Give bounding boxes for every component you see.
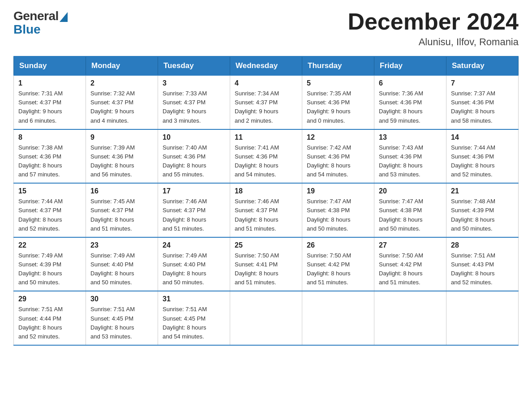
calendar-cell: 29Sunrise: 7:51 AMSunset: 4:44 PMDayligh… [14, 291, 86, 345]
day-info: Sunrise: 7:42 AMSunset: 4:36 PMDaylight:… [307, 143, 369, 180]
calendar-cell: 13Sunrise: 7:43 AMSunset: 4:36 PMDayligh… [374, 129, 446, 184]
calendar-cell: 6Sunrise: 7:36 AMSunset: 4:36 PMDaylight… [374, 75, 446, 129]
location-text: Alunisu, Ilfov, Romania [348, 36, 519, 48]
day-info: Sunrise: 7:51 AMSunset: 4:44 PMDaylight:… [18, 305, 81, 341]
header-wednesday: Wednesday [230, 56, 302, 75]
calendar-cell: 8Sunrise: 7:38 AMSunset: 4:36 PMDaylight… [14, 129, 86, 184]
day-number: 3 [163, 79, 225, 87]
day-info: Sunrise: 7:39 AMSunset: 4:36 PMDaylight:… [90, 143, 153, 180]
calendar-cell: 1Sunrise: 7:31 AMSunset: 4:37 PMDaylight… [14, 75, 86, 129]
calendar-cell: 30Sunrise: 7:51 AMSunset: 4:45 PMDayligh… [86, 291, 158, 345]
day-info: Sunrise: 7:37 AMSunset: 4:36 PMDaylight:… [451, 89, 514, 125]
week-row-4: 22Sunrise: 7:49 AMSunset: 4:39 PMDayligh… [14, 237, 519, 291]
day-number: 31 [163, 295, 225, 303]
day-number: 5 [307, 79, 369, 87]
day-info: Sunrise: 7:33 AMSunset: 4:37 PMDaylight:… [163, 89, 225, 125]
day-number: 4 [235, 79, 297, 87]
header-saturday: Saturday [446, 56, 519, 75]
day-info: Sunrise: 7:51 AMSunset: 4:45 PMDaylight:… [163, 305, 225, 341]
day-info: Sunrise: 7:49 AMSunset: 4:39 PMDaylight:… [18, 251, 81, 287]
calendar-cell [230, 291, 302, 345]
header-friday: Friday [374, 56, 446, 75]
calendar-cell: 26Sunrise: 7:50 AMSunset: 4:42 PMDayligh… [302, 237, 374, 291]
day-number: 7 [451, 79, 514, 87]
day-info: Sunrise: 7:50 AMSunset: 4:41 PMDaylight:… [235, 251, 297, 287]
day-number: 15 [18, 187, 81, 195]
week-row-3: 15Sunrise: 7:44 AMSunset: 4:37 PMDayligh… [14, 183, 519, 237]
month-title: December 2024 [348, 9, 519, 34]
header-row: SundayMondayTuesdayWednesdayThursdayFrid… [14, 56, 519, 75]
day-number: 2 [90, 79, 153, 87]
calendar-cell: 19Sunrise: 7:47 AMSunset: 4:38 PMDayligh… [302, 183, 374, 237]
day-info: Sunrise: 7:31 AMSunset: 4:37 PMDaylight:… [18, 89, 81, 125]
day-number: 14 [451, 133, 514, 141]
calendar-cell: 21Sunrise: 7:48 AMSunset: 4:39 PMDayligh… [446, 183, 519, 237]
day-info: Sunrise: 7:51 AMSunset: 4:43 PMDaylight:… [451, 251, 514, 287]
calendar-cell: 3Sunrise: 7:33 AMSunset: 4:37 PMDaylight… [158, 75, 230, 129]
calendar-cell: 11Sunrise: 7:41 AMSunset: 4:36 PMDayligh… [230, 129, 302, 184]
calendar-cell: 22Sunrise: 7:49 AMSunset: 4:39 PMDayligh… [14, 237, 86, 291]
day-info: Sunrise: 7:47 AMSunset: 4:38 PMDaylight:… [379, 197, 442, 233]
day-info: Sunrise: 7:44 AMSunset: 4:37 PMDaylight:… [18, 197, 81, 233]
calendar-cell: 31Sunrise: 7:51 AMSunset: 4:45 PMDayligh… [158, 291, 230, 345]
day-info: Sunrise: 7:41 AMSunset: 4:36 PMDaylight:… [235, 143, 297, 180]
day-info: Sunrise: 7:32 AMSunset: 4:37 PMDaylight:… [90, 89, 153, 125]
day-info: Sunrise: 7:36 AMSunset: 4:36 PMDaylight:… [379, 89, 442, 125]
calendar-cell: 14Sunrise: 7:44 AMSunset: 4:36 PMDayligh… [446, 129, 519, 184]
calendar-cell: 5Sunrise: 7:35 AMSunset: 4:36 PMDaylight… [302, 75, 374, 129]
header-monday: Monday [86, 56, 158, 75]
calendar-cell: 20Sunrise: 7:47 AMSunset: 4:38 PMDayligh… [374, 183, 446, 237]
day-number: 18 [235, 187, 297, 195]
calendar-cell: 7Sunrise: 7:37 AMSunset: 4:36 PMDaylight… [446, 75, 519, 129]
day-number: 13 [379, 133, 442, 141]
day-number: 9 [90, 133, 153, 141]
calendar-cell: 28Sunrise: 7:51 AMSunset: 4:43 PMDayligh… [446, 237, 519, 291]
week-row-2: 8Sunrise: 7:38 AMSunset: 4:36 PMDaylight… [14, 129, 519, 184]
logo-general-text: General [13, 9, 59, 23]
day-info: Sunrise: 7:45 AMSunset: 4:37 PMDaylight:… [90, 197, 153, 233]
day-info: Sunrise: 7:40 AMSunset: 4:36 PMDaylight:… [163, 143, 225, 180]
logo-triangle-icon [60, 12, 68, 22]
logo-blue-text: Blue [13, 22, 41, 37]
week-row-5: 29Sunrise: 7:51 AMSunset: 4:44 PMDayligh… [14, 291, 519, 345]
header-tuesday: Tuesday [158, 56, 230, 75]
calendar-cell: 17Sunrise: 7:46 AMSunset: 4:37 PMDayligh… [158, 183, 230, 237]
day-info: Sunrise: 7:44 AMSunset: 4:36 PMDaylight:… [451, 143, 514, 180]
calendar-cell [374, 291, 446, 345]
calendar-table: SundayMondayTuesdayWednesdayThursdayFrid… [13, 56, 519, 346]
page-header: General Blue December 2024 Alunisu, Ilfo… [13, 9, 519, 48]
calendar-cell: 27Sunrise: 7:50 AMSunset: 4:42 PMDayligh… [374, 237, 446, 291]
day-number: 19 [307, 187, 369, 195]
calendar-cell: 16Sunrise: 7:45 AMSunset: 4:37 PMDayligh… [86, 183, 158, 237]
header-thursday: Thursday [302, 56, 374, 75]
day-number: 23 [90, 241, 153, 249]
day-info: Sunrise: 7:34 AMSunset: 4:37 PMDaylight:… [235, 89, 297, 125]
logo: General Blue [13, 9, 68, 37]
day-info: Sunrise: 7:49 AMSunset: 4:40 PMDaylight:… [90, 251, 153, 287]
day-info: Sunrise: 7:43 AMSunset: 4:36 PMDaylight:… [379, 143, 442, 180]
calendar-cell: 12Sunrise: 7:42 AMSunset: 4:36 PMDayligh… [302, 129, 374, 184]
day-info: Sunrise: 7:35 AMSunset: 4:36 PMDaylight:… [307, 89, 369, 125]
day-number: 12 [307, 133, 369, 141]
day-number: 28 [451, 241, 514, 249]
day-number: 30 [90, 295, 153, 303]
day-number: 27 [379, 241, 442, 249]
day-number: 22 [18, 241, 81, 249]
day-info: Sunrise: 7:47 AMSunset: 4:38 PMDaylight:… [307, 197, 369, 233]
calendar-cell: 4Sunrise: 7:34 AMSunset: 4:37 PMDaylight… [230, 75, 302, 129]
day-info: Sunrise: 7:48 AMSunset: 4:39 PMDaylight:… [451, 197, 514, 233]
day-info: Sunrise: 7:50 AMSunset: 4:42 PMDaylight:… [307, 251, 369, 287]
calendar-cell: 25Sunrise: 7:50 AMSunset: 4:41 PMDayligh… [230, 237, 302, 291]
day-number: 29 [18, 295, 81, 303]
calendar-cell: 23Sunrise: 7:49 AMSunset: 4:40 PMDayligh… [86, 237, 158, 291]
day-number: 6 [379, 79, 442, 87]
day-number: 11 [235, 133, 297, 141]
day-info: Sunrise: 7:50 AMSunset: 4:42 PMDaylight:… [379, 251, 442, 287]
day-info: Sunrise: 7:38 AMSunset: 4:36 PMDaylight:… [18, 143, 81, 180]
calendar-cell: 18Sunrise: 7:46 AMSunset: 4:37 PMDayligh… [230, 183, 302, 237]
day-info: Sunrise: 7:46 AMSunset: 4:37 PMDaylight:… [163, 197, 225, 233]
week-row-1: 1Sunrise: 7:31 AMSunset: 4:37 PMDaylight… [14, 75, 519, 129]
calendar-cell: 9Sunrise: 7:39 AMSunset: 4:36 PMDaylight… [86, 129, 158, 184]
day-info: Sunrise: 7:49 AMSunset: 4:40 PMDaylight:… [163, 251, 225, 287]
day-number: 21 [451, 187, 514, 195]
